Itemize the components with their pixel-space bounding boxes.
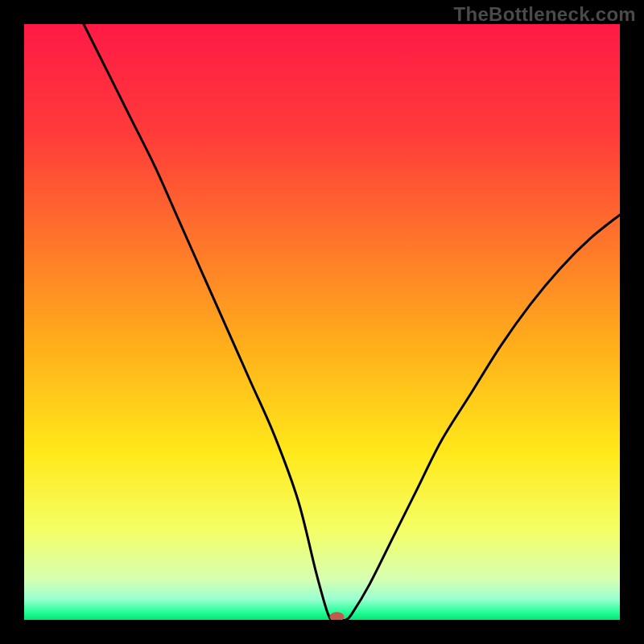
chart-frame: TheBottleneck.com (0, 0, 644, 644)
watermark-text: TheBottleneck.com (454, 3, 636, 26)
bottleneck-plot (0, 0, 644, 644)
gradient-background (24, 24, 620, 620)
optimum-marker (330, 612, 345, 621)
